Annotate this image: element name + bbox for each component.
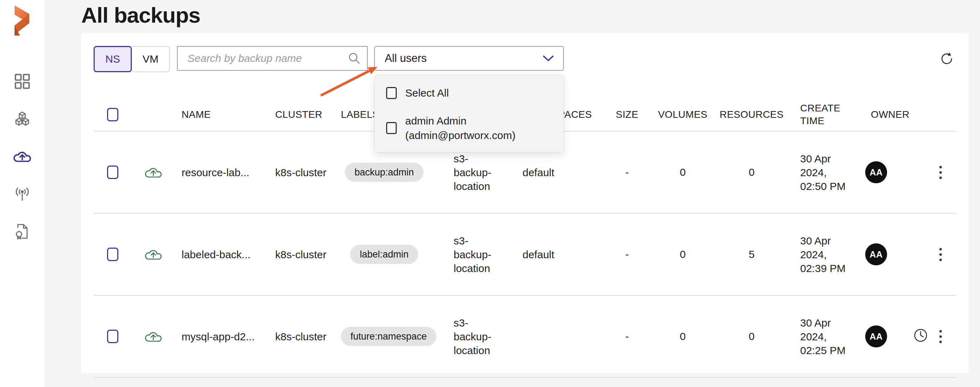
backup-size: - (602, 330, 652, 342)
sidebar (0, 0, 45, 387)
backup-create-time: 30 Apr 2024, 02:39 PM (789, 234, 846, 275)
toggle-option-vm[interactable]: VM (132, 46, 170, 72)
backup-create-time: 30 Apr 2024, 02:25 PM (789, 316, 846, 357)
backup-namespaces: default (516, 166, 602, 179)
admin-user-label: admin Admin (admin@portworx.com) (405, 114, 547, 142)
user-filter: All users Select All (374, 46, 564, 71)
backup-create-time: 30 Apr 2024, 02:50 PM (789, 152, 846, 193)
sidebar-nav (11, 70, 33, 243)
table-row: mysql-app-d2... k8s-cluster future:names… (94, 296, 956, 378)
cubes-icon (13, 111, 31, 126)
chevron-down-icon (542, 52, 554, 65)
sidebar-item-activity[interactable] (11, 182, 33, 205)
page-title: All backups (81, 2, 980, 28)
ns-vm-toggle: NS VM (94, 46, 170, 72)
backup-volumes: 0 (652, 166, 714, 178)
row-menu-kebab-icon[interactable] (937, 164, 944, 181)
portworx-logo[interactable] (0, 0, 45, 42)
header-resources: RESOURCES (714, 109, 789, 120)
search-input[interactable] (177, 46, 368, 71)
backups-card: NS VM All users (81, 33, 969, 373)
search-icon (348, 52, 361, 66)
toolbar: NS VM All users (94, 46, 956, 72)
toggle-option-ns[interactable]: NS (94, 46, 132, 72)
sidebar-item-licenses[interactable] (11, 220, 33, 243)
backup-location: s3-backup-location (447, 234, 503, 275)
header-cluster: CLUSTER (270, 109, 341, 120)
sidebar-item-backups[interactable] (11, 145, 33, 168)
backup-status-cloud-icon (132, 329, 175, 344)
owner-avatar: AA (865, 161, 887, 183)
backup-size: - (602, 166, 652, 178)
backup-volumes: 0 (652, 248, 714, 261)
search-box (177, 46, 368, 71)
backup-cluster: k8s-cluster (270, 248, 341, 261)
header-volumes: VOLUMES (652, 109, 714, 120)
dropdown-option-admin[interactable]: admin Admin (admin@portworx.com) (386, 114, 551, 142)
backup-location: s3-backup-location (447, 152, 503, 193)
select-all-label: Select All (405, 86, 449, 100)
dropdown-option-select-all[interactable]: Select All (386, 86, 551, 100)
schedule-clock-icon (913, 328, 928, 345)
backup-name[interactable]: labeled-back... (175, 248, 270, 261)
row-menu-kebab-icon[interactable] (937, 246, 944, 263)
backup-status-cloud-icon (132, 247, 175, 262)
table-row: labeled-back... k8s-cluster label:admin … (94, 214, 956, 296)
antenna-icon (14, 186, 31, 202)
backup-namespaces: default (516, 248, 602, 261)
backup-cluster: k8s-cluster (270, 330, 341, 344)
backup-volumes: 0 (652, 330, 714, 342)
sidebar-item-clusters[interactable] (11, 107, 33, 130)
cloud-upload-icon (13, 149, 32, 164)
row-checkbox[interactable] (107, 330, 118, 343)
label-chip: backup:admin (345, 163, 423, 182)
user-filter-select[interactable]: All users (374, 46, 564, 71)
backup-resources: 0 (714, 330, 789, 342)
backup-location: s3-backup-location (447, 316, 503, 357)
backup-resources: 5 (714, 248, 789, 261)
app-root: All backups NS VM (0, 0, 980, 387)
row-checkbox[interactable] (107, 248, 118, 261)
grid-icon (14, 73, 30, 90)
header-name: NAME (175, 109, 270, 120)
owner-avatar: AA (865, 243, 887, 265)
header-size: SIZE (602, 109, 652, 120)
main-content: All backups NS VM (45, 0, 980, 387)
label-chip: label:admin (350, 245, 418, 264)
header-create-time: CREATE TIME (789, 102, 850, 127)
row-menu-kebab-icon[interactable] (937, 328, 944, 345)
backup-resources: 0 (714, 166, 789, 178)
backup-cluster: k8s-cluster (270, 166, 341, 179)
row-checkbox[interactable] (107, 166, 118, 179)
label-chip: future:namespace (341, 327, 436, 346)
certificate-icon (14, 222, 30, 240)
sidebar-item-dashboard[interactable] (11, 70, 33, 93)
header-owner: OWNER (857, 109, 896, 120)
user-filter-dropdown: Select All admin Admin (admin@portworx.c… (374, 75, 564, 152)
refresh-button[interactable] (937, 49, 956, 69)
refresh-icon (939, 62, 954, 67)
user-filter-value: All users (385, 52, 427, 65)
backup-status-cloud-icon (132, 165, 175, 180)
backup-size: - (602, 248, 652, 261)
backup-name[interactable]: mysql-app-d2... (175, 330, 270, 344)
owner-avatar: AA (865, 325, 887, 347)
select-all-checkbox[interactable] (386, 87, 397, 99)
select-all-rows-checkbox[interactable] (107, 108, 118, 122)
backup-name[interactable]: resource-lab... (175, 166, 270, 179)
admin-user-checkbox[interactable] (386, 122, 397, 134)
